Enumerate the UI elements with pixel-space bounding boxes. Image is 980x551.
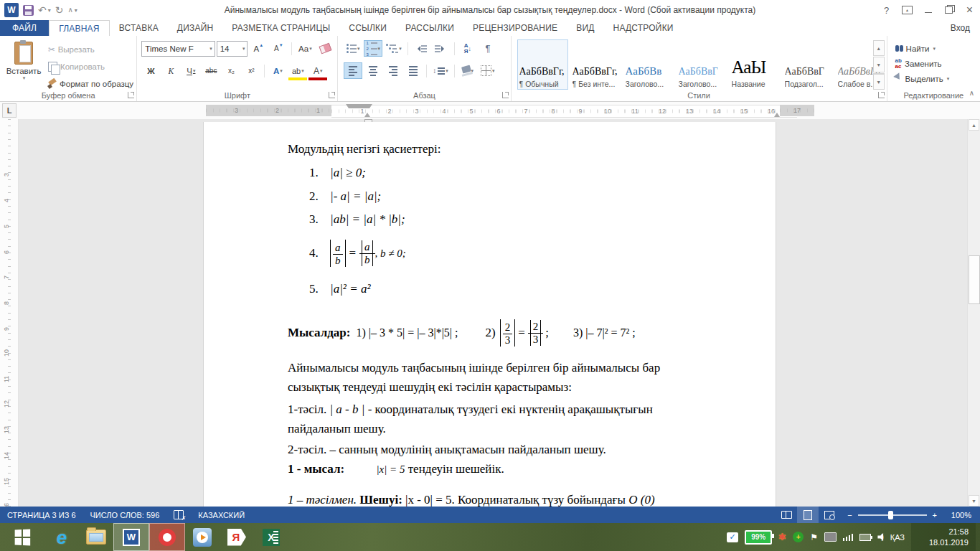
vertical-ruler[interactable]: 3 4 5 6 7 8 9 10 11 12 13 14 15 16 <box>0 119 19 507</box>
select-button[interactable]: Выделить▾ <box>893 71 980 86</box>
close-button[interactable]: × <box>959 1 980 19</box>
restore-button[interactable] <box>938 1 959 19</box>
document-page[interactable]: Модульдің негізгі қасиеттері: 1.|a| ≥ 0;… <box>203 122 776 507</box>
scrollbar-thumb[interactable] <box>969 255 980 304</box>
sign-in-link[interactable]: Вход <box>951 20 980 36</box>
volume-icon[interactable]: ) <box>877 533 883 541</box>
display-tray-icon[interactable] <box>824 532 837 542</box>
styles-dialog-launcher-icon[interactable] <box>878 92 885 98</box>
highlight-color-button[interactable]: ab▾ <box>288 62 307 79</box>
customize-qat-icon[interactable]: ▾ <box>75 7 77 14</box>
align-left-button[interactable] <box>344 62 362 79</box>
paste-button[interactable]: Вставить ▾ <box>4 40 43 92</box>
sort-button[interactable]: АЯ↓ <box>458 40 477 57</box>
tab-insert[interactable]: ВСТАВКА <box>110 20 168 36</box>
subscript-button[interactable]: x₂ <box>222 62 240 79</box>
tab-page-layout[interactable]: РАЗМЕТКА СТРАНИЦЫ <box>222 20 339 36</box>
scroll-up-icon[interactable]: ▲ <box>969 119 979 131</box>
ribbon-display-options-button[interactable]: ▴ <box>897 1 918 19</box>
taskbar-internet-explorer[interactable]: e <box>44 523 79 551</box>
page-indicator[interactable]: СТРАНИЦА 3 ИЗ 6 <box>0 507 83 523</box>
web-layout-button[interactable] <box>819 507 840 523</box>
cut-button[interactable]: ✂ Вырезать <box>46 42 136 57</box>
styles-scroll-down-button[interactable]: ▼ <box>873 57 885 72</box>
green-disk-icon[interactable]: + <box>793 532 804 542</box>
chevron-down-icon[interactable]: ▾ <box>240 46 248 52</box>
shading-button[interactable]: ▾ <box>458 62 477 79</box>
increase-indent-button[interactable] <box>432 40 451 57</box>
tab-addins[interactable]: НАДСТРОЙКИ <box>604 20 683 36</box>
power-tray-icon[interactable] <box>859 534 871 541</box>
help-button[interactable]: ? <box>876 1 897 19</box>
line-spacing-button[interactable]: ↕▾ <box>430 62 451 79</box>
multilevel-list-button[interactable]: ▾ <box>384 40 404 57</box>
style-card[interactable]: АаЫНазвание <box>730 39 781 90</box>
numbering-button[interactable]: 1 2 3 ▾ <box>364 40 382 57</box>
undo-icon[interactable]: ↶ <box>38 5 47 15</box>
read-mode-button[interactable] <box>776 507 797 523</box>
tab-file[interactable]: ФАЙЛ <box>0 20 49 36</box>
redo-icon[interactable]: ↻ <box>55 5 64 15</box>
horizontal-ruler[interactable]: L 321 12345678910111213141516 17 <box>0 102 980 119</box>
style-card[interactable]: АаБбВвГЗаголово... <box>677 39 727 90</box>
paragraph-dialog-launcher-icon[interactable] <box>502 92 509 98</box>
font-color-button[interactable]: А▾ <box>308 62 327 79</box>
battery-indicator[interactable]: 99% <box>745 530 772 545</box>
action-center-flag-icon[interactable]: ⚑ <box>810 532 818 542</box>
strikethrough-button[interactable]: abc <box>202 62 220 79</box>
copy-button[interactable]: Копировать <box>46 59 136 74</box>
bullets-button[interactable]: ▾ <box>344 40 362 57</box>
change-case-button[interactable]: Аа▾ <box>296 40 314 57</box>
taskbar-media-player[interactable] <box>185 523 220 551</box>
charging-check-icon[interactable]: ✓ <box>727 532 738 542</box>
language-indicator[interactable]: КАЗАХСКИЙ <box>191 507 252 523</box>
taskbar-excel[interactable]: X <box>254 523 288 551</box>
input-language[interactable]: ҚАЗ <box>890 533 905 542</box>
zoom-level[interactable]: 100% <box>944 511 980 519</box>
scroll-down-icon[interactable]: ▼ <box>969 495 979 507</box>
print-layout-button[interactable] <box>797 507 819 523</box>
underline-button[interactable]: Ч▾ <box>182 62 200 79</box>
chevron-down-icon[interactable]: ▾ <box>207 46 215 52</box>
styles-gallery-more-button[interactable]: ▼ <box>873 73 885 90</box>
font-dialog-launcher-icon[interactable] <box>329 92 335 98</box>
justify-button[interactable] <box>404 62 423 79</box>
tab-references[interactable]: ССЫЛКИ <box>339 20 396 36</box>
grow-font-button[interactable]: А▲ <box>249 40 268 57</box>
collapse-ribbon-icon[interactable]: ∧ <box>969 89 974 97</box>
save-icon[interactable] <box>23 5 34 16</box>
font-size-combobox[interactable]: 14▾ <box>217 41 248 57</box>
style-card[interactable]: АаБбВвГг,¶ Без инте... <box>570 39 621 90</box>
styles-scroll-up-button[interactable]: ▲ <box>873 40 885 56</box>
tab-review[interactable]: РЕЦЕНЗИРОВАНИЕ <box>463 20 567 36</box>
italic-button[interactable]: К <box>161 62 180 79</box>
decrease-indent-button[interactable] <box>412 40 430 57</box>
borders-button[interactable]: ▾ <box>479 62 497 79</box>
clear-formatting-button[interactable] <box>316 40 334 57</box>
style-card[interactable]: АаБбВвГг,¶ Обычный <box>517 39 568 90</box>
touch-mode-icon[interactable]: ∧ <box>67 6 72 14</box>
taskbar-clock[interactable]: 21:58 18.01.2019 <box>911 523 976 551</box>
zoom-slider-thumb[interactable] <box>888 511 893 519</box>
start-button[interactable] <box>0 523 44 551</box>
word-count[interactable]: ЧИСЛО СЛОВ: 596 <box>83 507 167 523</box>
network-signal-icon[interactable] <box>843 534 854 541</box>
word-app-icon[interactable]: W <box>4 3 19 17</box>
style-card[interactable]: АаБбВвЗаголово... <box>623 39 674 90</box>
taskbar-opera[interactable] <box>149 523 185 551</box>
format-painter-button[interactable]: Формат по образцу <box>46 76 136 91</box>
bold-button[interactable]: Ж <box>141 62 160 79</box>
minimize-button[interactable] <box>918 1 938 19</box>
proofing-status-icon[interactable]: ✗ <box>166 507 191 523</box>
text-effects-button[interactable]: А▾ <box>268 62 287 79</box>
taskbar-file-explorer[interactable] <box>79 523 113 551</box>
tab-design[interactable]: ДИЗАЙН <box>168 20 223 36</box>
zoom-in-icon[interactable]: + <box>933 511 937 519</box>
zoom-out-icon[interactable]: − <box>847 511 852 519</box>
style-card[interactable]: АаБбВвГПодзагол... <box>783 39 834 90</box>
font-name-combobox[interactable]: Times New F▾ <box>141 41 215 57</box>
replace-button[interactable]: abac Заменить <box>893 56 980 71</box>
taskbar-word[interactable]: W <box>113 523 149 551</box>
tab-stop-selector[interactable]: L <box>2 103 17 118</box>
tab-mailings[interactable]: РАССЫЛКИ <box>396 20 463 36</box>
